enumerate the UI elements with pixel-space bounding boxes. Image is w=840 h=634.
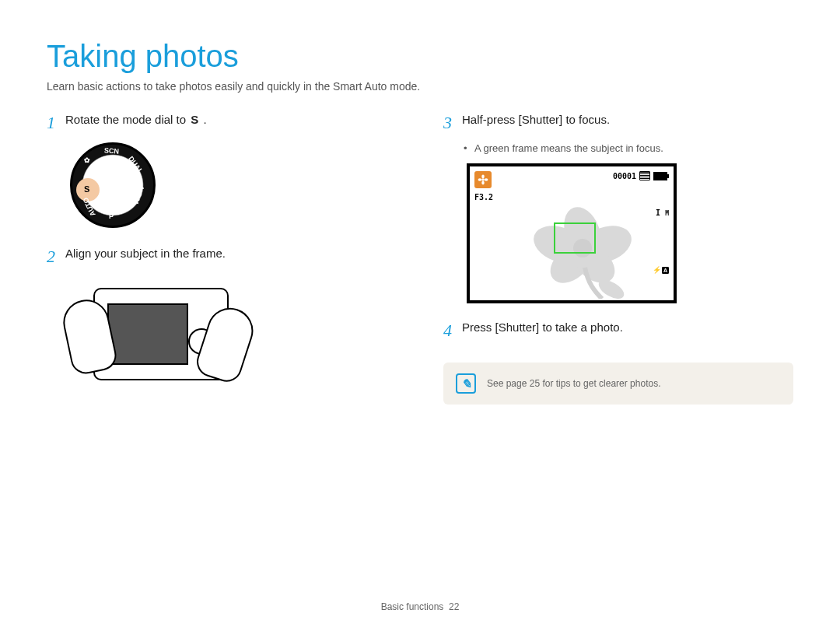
step-1: 1 Rotate the mode dial to S . [47,113,397,131]
viewfinder-size-indicator: I M [656,208,669,217]
right-column: 3 Half-press [Shutter] to focus. A green… [443,113,793,412]
footer-page-number: 22 [449,601,459,612]
step-3-part-c: ] to focus. [559,113,610,126]
step-3-part-a: Half-press [ [462,113,522,126]
svg-point-8 [481,175,485,179]
memory-card-icon [639,171,650,180]
step-2-text: Align your subject in the frame. [65,247,226,260]
shot-counter: 00001 [613,172,636,180]
step-1-part-a: Rotate the mode dial to [65,113,186,126]
mode-dial-label-scn: SCN [104,146,120,155]
shot-counter-row: 00001 [613,171,667,180]
vi-size: M [665,210,669,217]
mode-dial-illustration: SCN DUAL A·S·M P AUTO S ✿ [70,142,397,228]
page-intro: Learn basic actions to take photos easil… [47,80,793,93]
aperture-value: F3.2 [474,193,493,201]
tip-box: ✎ See page 25 for tips to get clearer ph… [443,363,793,405]
svg-point-11 [485,178,488,181]
focus-frame [554,222,596,254]
step-3-sub-bullet: A green frame means the subject in focus… [474,142,793,154]
tip-text: See page 25 for tips to get clearer phot… [487,378,660,389]
step-4-shutter-word: Shutter [499,321,536,334]
mode-dial-label-p: P [109,212,114,220]
hands-holding-camera-illustration [70,276,397,393]
step-2-number: 2 [47,247,65,265]
svg-point-9 [481,181,485,185]
flash-auto-icon: ⚡A [653,266,669,274]
step-1-number: 1 [47,113,65,131]
vi-mode: I [656,208,660,217]
svg-point-10 [478,178,482,181]
step-4: 4 Press [Shutter] to take a photo. [443,321,793,339]
page-footer: Basic functions 22 [0,601,840,612]
flower-mode-icon [474,171,492,188]
step-1-part-c: . [203,113,206,126]
step-3-text: Half-press [Shutter] to focus. [462,113,610,126]
step-3-number: 3 [443,113,462,131]
left-column: 1 Rotate the mode dial to S . SCN DUAL A… [47,113,397,412]
step-4-text: Press [Shutter] to take a photo. [462,321,623,334]
viewfinder-illustration: F3.2 00001 I M ⚡A [467,163,677,303]
step-3-shutter-word: Shutter [522,113,559,126]
page-title: Taking photos [47,39,793,74]
step-4-number: 4 [443,321,462,339]
step-2: 2 Align your subject in the frame. [47,247,397,265]
step-1-text: Rotate the mode dial to S . [65,113,207,126]
svg-point-7 [481,178,485,181]
mode-dial-label-s: S [84,184,89,194]
step-1-mode-glyph: S [189,113,200,126]
step-4-part-a: Press [ [462,321,499,334]
note-icon: ✎ [456,373,476,394]
step-3: 3 Half-press [Shutter] to focus. [443,113,793,131]
footer-section: Basic functions [381,601,444,612]
step-4-part-c: ] to take a photo. [536,321,623,334]
battery-icon [653,172,667,180]
